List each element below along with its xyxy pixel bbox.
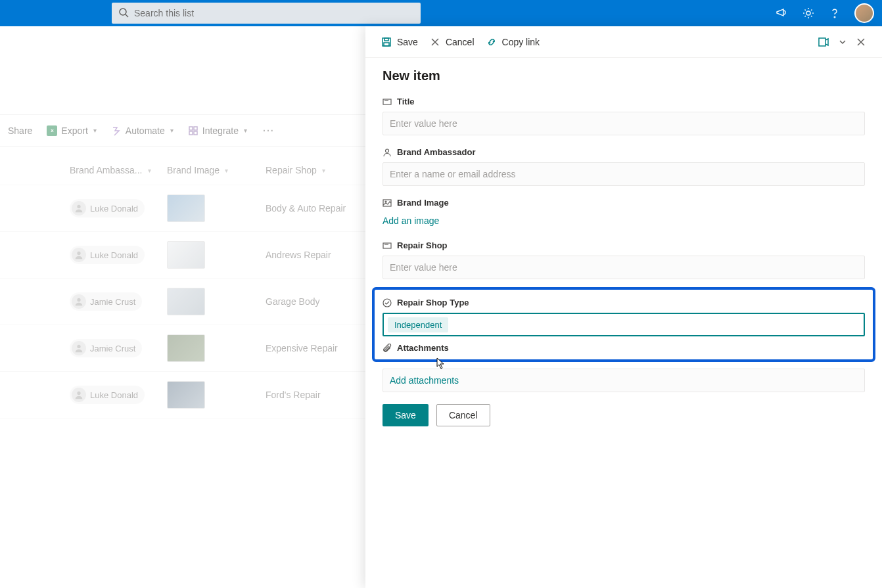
brand-image-thumb[interactable] xyxy=(167,241,205,269)
search-input[interactable] xyxy=(129,3,414,24)
field-image: Brand Image Add an image xyxy=(383,198,865,229)
cancel-button[interactable]: Cancel xyxy=(436,404,490,426)
ambassador-input[interactable] xyxy=(383,162,865,186)
chevron-down-icon: ▾ xyxy=(225,167,228,174)
field-title: Title xyxy=(383,97,865,135)
save-button[interactable]: Save xyxy=(383,404,429,426)
svg-rect-5 xyxy=(194,127,197,130)
link-icon xyxy=(486,37,497,47)
text-field-icon xyxy=(383,97,392,106)
svg-point-23 xyxy=(386,149,389,152)
field-image-label: Brand Image xyxy=(397,198,449,208)
panel-cancel-label: Cancel xyxy=(446,37,475,47)
svg-rect-18 xyxy=(819,38,825,46)
panel-toolbar: Save Cancel Copy link xyxy=(365,26,882,58)
save-icon xyxy=(381,37,392,47)
svg-point-8 xyxy=(77,205,80,208)
person-avatar-icon xyxy=(72,341,86,355)
svg-point-12 xyxy=(77,392,80,395)
add-image-link[interactable]: Add an image xyxy=(383,213,439,229)
person-avatar-icon xyxy=(72,248,86,262)
automate-button[interactable]: Automate ▾ xyxy=(108,122,176,140)
person-name: Luke Donald xyxy=(90,204,138,214)
field-shop-label: Repair Shop xyxy=(397,240,448,250)
search-box[interactable] xyxy=(112,3,421,24)
brand-image-thumb[interactable] xyxy=(167,334,205,362)
chevron-down-icon: ▾ xyxy=(93,127,97,134)
user-avatar[interactable] xyxy=(854,3,874,23)
more-actions-button[interactable]: ··· xyxy=(259,125,279,136)
svg-rect-24 xyxy=(383,200,391,206)
shop-input[interactable] xyxy=(383,256,865,279)
person-icon xyxy=(383,148,392,157)
integrate-icon xyxy=(188,125,198,136)
person-chip[interactable]: Luke Donald xyxy=(70,386,145,404)
person-name: Jamie Crust xyxy=(90,344,135,353)
col-label: Brand Image xyxy=(167,165,220,175)
panel-save-button[interactable]: Save xyxy=(381,37,418,47)
svg-point-11 xyxy=(77,345,80,348)
panel-save-label: Save xyxy=(397,37,418,47)
person-chip[interactable]: Jamie Crust xyxy=(70,292,142,311)
settings-gear-icon[interactable] xyxy=(802,7,815,20)
column-header-image[interactable]: Brand Image ▾ xyxy=(167,165,266,175)
export-button[interactable]: x Export ▾ xyxy=(44,122,99,140)
chevron-down-icon: ▾ xyxy=(148,167,151,174)
svg-point-10 xyxy=(77,298,80,302)
integrate-button[interactable]: Integrate ▾ xyxy=(185,122,250,140)
svg-point-3 xyxy=(834,16,835,18)
help-icon[interactable] xyxy=(828,7,841,20)
person-chip[interactable]: Jamie Crust xyxy=(70,339,142,357)
brand-image-thumb[interactable] xyxy=(167,381,205,409)
person-avatar-icon xyxy=(72,388,86,402)
choice-icon xyxy=(383,298,392,307)
svg-rect-4 xyxy=(189,127,193,130)
form-edit-icon[interactable] xyxy=(818,36,829,48)
add-attachments-link[interactable] xyxy=(383,369,865,392)
close-icon[interactable] xyxy=(856,37,866,47)
chevron-down-icon: ▾ xyxy=(244,127,247,134)
field-shop: Repair Shop xyxy=(383,240,865,279)
svg-rect-26 xyxy=(383,243,391,248)
person-name: Luke Donald xyxy=(90,250,138,260)
field-shop-type: Repair Shop Type Independent xyxy=(383,298,865,336)
search-icon xyxy=(118,7,129,20)
svg-point-2 xyxy=(806,11,810,15)
svg-rect-21 xyxy=(383,99,391,104)
svg-point-25 xyxy=(385,201,386,202)
share-button[interactable]: Share xyxy=(5,122,35,140)
brand-image-thumb[interactable] xyxy=(167,194,205,222)
person-chip[interactable]: Luke Donald xyxy=(70,246,145,264)
brand-image-thumb[interactable] xyxy=(167,288,205,315)
new-item-panel: Save Cancel Copy link New item xyxy=(365,26,882,588)
svg-point-28 xyxy=(383,299,391,307)
person-chip[interactable]: Luke Donald xyxy=(70,199,145,217)
field-ambassador: Brand Ambassador xyxy=(383,147,865,186)
highlight-callout: Repair Shop Type Independent Attachments xyxy=(372,287,875,362)
export-label: Export xyxy=(61,125,87,136)
image-icon xyxy=(383,198,392,208)
panel-cancel-button[interactable]: Cancel xyxy=(430,37,475,47)
automate-label: Automate xyxy=(126,125,165,136)
person-name: Jamie Crust xyxy=(90,297,135,307)
column-header-ambassador[interactable]: Brand Ambassa... ▾ xyxy=(70,165,167,175)
person-avatar-icon xyxy=(72,294,86,309)
title-input[interactable] xyxy=(383,112,865,135)
choice-chip[interactable]: Independent xyxy=(388,317,448,332)
chevron-down-icon[interactable] xyxy=(839,38,847,46)
attachment-icon xyxy=(383,344,392,353)
megaphone-icon[interactable] xyxy=(776,7,789,20)
svg-rect-14 xyxy=(384,38,388,41)
chevron-down-icon: ▾ xyxy=(322,167,325,174)
person-name: Luke Donald xyxy=(90,390,138,400)
field-ambassador-label: Brand Ambassador xyxy=(397,147,475,157)
col-label: Repair Shop xyxy=(266,165,317,175)
form-actions: Save Cancel xyxy=(383,404,865,426)
svg-line-1 xyxy=(126,14,128,17)
svg-point-0 xyxy=(120,9,126,15)
panel-copylink-button[interactable]: Copy link xyxy=(486,37,540,47)
svg-rect-6 xyxy=(189,131,193,135)
suite-header xyxy=(0,0,882,26)
shop-type-input[interactable]: Independent xyxy=(383,313,865,336)
field-attachments xyxy=(383,369,865,392)
